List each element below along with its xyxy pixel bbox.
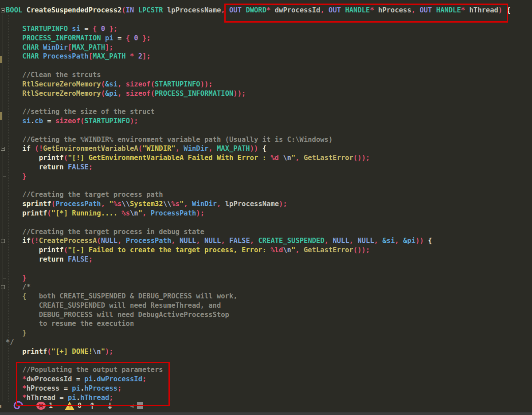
code-token: ProcessPath — [151, 209, 196, 217]
code-token: STARTUPINFO — [22, 25, 68, 33]
code-token: [ — [89, 52, 93, 60]
code-token: ( — [101, 90, 105, 98]
fold-collapse-button[interactable] — [1, 8, 5, 12]
code-area[interactable]: BOOL CreateSuspendedProcess2(IN LPCSTR l… — [6, 6, 511, 402]
code-token: { — [22, 292, 26, 300]
code-token: , — [176, 145, 180, 153]
code-token: 0 — [134, 34, 138, 42]
code-token: printf — [39, 154, 64, 162]
code-token: "[-] Failed to create the target process… — [68, 246, 270, 254]
code-token: MAX_PATH — [93, 52, 126, 60]
code-token: , — [221, 237, 225, 245]
code-token: WinDir — [43, 43, 68, 51]
code-token: //Creating the target process in debug s… — [6, 228, 204, 236]
code-token: ] — [142, 52, 146, 60]
code-token: GetLastError — [304, 246, 353, 254]
code-line: //Creating the target process in debug s… — [6, 227, 511, 237]
code-token — [279, 154, 283, 162]
code-token — [6, 200, 22, 208]
code-line: if (!GetEnvironmentVariableA("WINDIR", W… — [6, 144, 511, 153]
code-token: , — [208, 145, 212, 153]
code-token: NULL — [357, 237, 374, 245]
clipped-margin-icon: ◀ — [0, 403, 1, 409]
code-token — [200, 237, 204, 245]
annotation-box-populate-outputs — [16, 362, 170, 406]
code-token: PROCESS_INFORMATION — [155, 90, 233, 98]
code-token: sizeof — [55, 117, 80, 125]
code-token: return — [39, 163, 64, 171]
code-line — [6, 218, 511, 227]
code-token: si — [387, 237, 395, 245]
code-token: \n — [93, 348, 101, 356]
code-token — [6, 25, 22, 33]
code-line: return FALSE; — [6, 255, 511, 264]
code-token: ] — [105, 43, 109, 51]
code-token — [121, 90, 125, 98]
code-token: , — [142, 209, 146, 217]
code-token: RtlSecureZeroMemory — [22, 80, 101, 88]
code-token: IN — [126, 6, 134, 14]
code-token: )) — [200, 80, 209, 88]
code-token — [105, 200, 109, 208]
code-token: , — [101, 200, 105, 208]
fold-collapse-button[interactable] — [1, 239, 5, 243]
code-token: ( — [51, 200, 55, 208]
code-token — [64, 163, 68, 171]
code-token: ( — [151, 90, 155, 98]
code-token: NULL — [101, 237, 117, 245]
code-line: DEBUG_PROCESS will need DebugActiveProce… — [6, 310, 511, 320]
code-token: , — [117, 90, 121, 98]
code-token — [146, 209, 150, 217]
code-line — [6, 61, 511, 70]
code-line: sprintf(ProcessPath, "%s\\System32\\%s",… — [6, 200, 511, 209]
code-line: STARTUPINFO si = { 0 }; — [6, 24, 511, 34]
code-line — [6, 264, 511, 274]
code-token: & — [105, 80, 109, 88]
code-token — [225, 237, 229, 245]
code-token: ProcessPath — [43, 52, 89, 60]
code-line: /* — [6, 282, 511, 292]
code-token: ; — [283, 200, 287, 208]
code-token — [180, 145, 184, 153]
code-token: ; — [109, 43, 113, 51]
code-token: /* — [6, 283, 31, 291]
code-token: NULL — [204, 237, 221, 245]
code-token: return — [39, 255, 64, 263]
code-token: (! — [35, 145, 43, 153]
code-token: ( — [47, 348, 51, 356]
code-token: ; — [89, 163, 93, 171]
code-line: if(!CreateProcessA(NULL, ProcessPath, NU… — [6, 236, 511, 246]
code-token: WinDir — [184, 145, 208, 153]
code-token: //Clean the strcuts — [6, 71, 101, 79]
code-token — [121, 80, 125, 88]
code-token — [6, 34, 22, 42]
code-line: to resume the execution — [6, 319, 511, 329]
code-token: , — [374, 237, 378, 245]
code-token: STARTUPINFO — [84, 117, 130, 125]
code-token — [188, 200, 192, 208]
code-token: \\ — [163, 200, 172, 208]
code-token: both CREATE_SUSPENDED & DEBUG_PROCESS wi… — [27, 292, 238, 300]
code-token — [6, 246, 39, 254]
code-token: ()) — [353, 154, 366, 162]
code-line: CREATE_SUSPENDED will need ResumeThread,… — [6, 301, 511, 310]
code-token — [6, 145, 22, 153]
code-token — [130, 34, 134, 42]
code-token: lpProcessName — [225, 200, 279, 208]
code-token — [213, 145, 217, 153]
fold-collapse-button[interactable] — [1, 285, 5, 289]
code-token: \n — [283, 246, 291, 254]
fold-collapse-button[interactable] — [1, 147, 5, 151]
code-token: if — [22, 145, 31, 153]
code-token: FALSE — [68, 163, 89, 171]
code-token: ; — [109, 348, 113, 356]
code-token — [6, 163, 39, 171]
code-token: to resume the execution — [6, 320, 134, 328]
code-line — [6, 98, 511, 107]
code-token: ; — [113, 25, 117, 33]
code-token — [101, 34, 105, 42]
code-token: "[+] DONE! — [51, 348, 93, 356]
annotation-box-out-params — [224, 4, 508, 23]
code-token — [134, 6, 138, 14]
code-token — [258, 145, 262, 153]
